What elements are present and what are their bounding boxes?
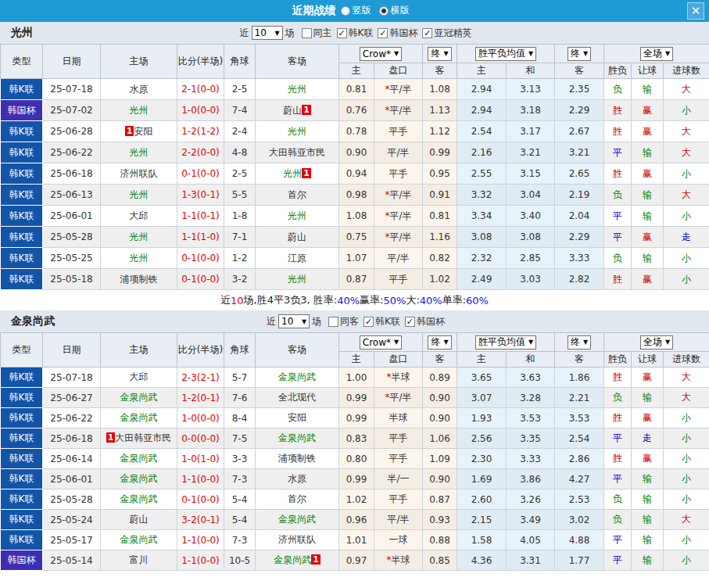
date-cell: 25-06-22 [43,142,101,163]
team-label: 大田韩亚市民 [269,147,325,158]
home-odds-cell: 1.08 [339,206,374,227]
asterisk-marker: * [387,371,392,382]
away-odds-cell: 0.90 [423,388,457,408]
away-team-cell: 浦项制铁 [256,449,339,469]
filter-checkbox-韩K联[interactable]: ✓韩K联 [363,315,400,328]
date-cell: 25-06-28 [43,121,101,142]
handicap-cell: *平/半 [374,185,423,206]
date-cell: 25-07-02 [43,100,101,121]
filter-checkbox-亚冠精英[interactable]: ✓亚冠精英 [422,27,471,40]
handicap-result-cell: 输 [632,489,664,510]
date-cell: 25-06-14 [43,449,101,469]
team-label: 济州联队 [120,168,158,179]
result-cell: 平 [604,530,632,550]
radio-icon [341,6,350,16]
scope-select-value: 全场 [643,47,662,60]
team-label: 金泉尚武 [120,392,158,403]
table-row: 韩K联25-06-22光州2-2(0-0)4-8大田韩亚市民0.90平/半0.9… [1,142,709,163]
avg-away-cell: 2.53 [555,489,604,510]
league-badge: 韩K联 [1,269,43,290]
chevron-down-icon: ▼ [528,50,533,57]
scope-select-value: 全场 [643,335,662,349]
filter-checkbox-同客[interactable]: 同客 [328,315,359,328]
bookmaker-select-value: Crow* [363,48,391,59]
col-header-away: 客场 [256,333,339,368]
away-team-cell: 金泉尚武 [256,510,339,530]
checkbox-icon: ✓ [422,28,432,38]
team-label: 光州 [288,84,306,95]
table-row: 韩K联25-07-18大邱2-3(2-1)5-7金泉尚武1.00*半球0.893… [1,368,709,388]
final-avg-select[interactable]: 终 ▼ [568,335,591,350]
result-cell: 平 [604,550,632,571]
league-badge: 韩K联 [1,368,43,388]
close-button[interactable]: ✕ [687,2,704,20]
score-cell: 1-0(0-0) [177,100,224,121]
final-odds-select[interactable]: 终 ▼ [428,335,451,350]
score-cell: 1-1(0-0) [177,469,224,489]
recent-count-select[interactable]: 10 ▼ [278,314,310,328]
result-cell: 负 [604,510,632,530]
scope-select[interactable]: 全场 ▼ [640,47,673,61]
filter-checkbox-同主[interactable]: 同主 [302,27,332,40]
final-avg-select[interactable]: 终 ▼ [568,47,591,61]
corner-cell: 4-8 [224,142,256,163]
handicap-result-cell: 赢 [632,163,664,185]
corner-cell: 2-5 [224,79,256,100]
avg-draw-cell: 3.63 [507,368,555,388]
table-row: 韩K联25-05-18浦项制铁0-1(0-0)3-2光州0.87平手1.022.… [1,269,709,290]
result-cell: 胜 [604,100,632,121]
team-label: 金泉尚武 [278,514,316,525]
layout-radio-横版[interactable]: 横版 [379,4,410,17]
col-header-date: 日期 [43,333,101,368]
avg-away-cell: 2.29 [555,227,604,248]
corner-cell: 3-2 [224,269,256,290]
final-odds-select[interactable]: 终 ▼ [428,47,451,61]
result-cell: 负 [604,388,632,408]
team-label: 金泉尚武 [120,534,158,545]
result-cell: 负 [604,185,632,206]
scope-select[interactable]: 全场 ▼ [640,335,673,350]
away-team-cell: 首尔 [256,489,339,510]
team-label: 金泉尚武 [278,432,316,443]
asterisk-marker: * [385,392,389,403]
team-label: 金泉尚武 [120,493,158,504]
goals-result-cell: 走 [664,227,709,248]
bookmaker-select[interactable]: Crow* ▼ [360,335,402,350]
table-row: 韩K联25-06-14金泉尚武1-0(1-0)3-3浦项制铁0.80平手1.09… [1,449,709,469]
team-label: 首尔 [288,189,306,200]
handicap-cell: 平手 [374,489,423,510]
away-team-cell: 安阳 [256,408,339,428]
home-team-cell: 浦项制铁 [101,269,177,290]
handicap-result-cell: 输 [632,185,664,206]
avg-draw-cell: 4.05 [507,530,555,550]
away-team-cell: 光州 [256,206,339,227]
team-label: 首尔 [288,493,306,504]
avg-draw-cell: 3.40 [507,206,555,227]
avg-home-cell: 2.94 [457,100,507,121]
recent-count-select[interactable]: 10 ▼ [252,26,283,40]
home-team-cell: 光州 [101,227,177,248]
home-odds-cell: 0.99 [339,388,374,408]
corner-cell: 7-1 [224,227,256,248]
away-odds-cell: 1.13 [423,100,457,121]
table-row: 韩K联25-06-01大邱1-1(0-1)1-8光州1.08*平/半0.813.… [1,206,709,227]
bookmaker-select[interactable]: Crow* ▼ [360,47,402,61]
goals-result-cell: 小 [664,449,709,469]
filter-checkbox-韩国杯[interactable]: ✓韩国杯 [378,27,417,40]
home-odds-cell: 0.83 [339,428,374,449]
home-team-cell: 大邱 [101,206,177,227]
home-team-cell: 光州 [101,142,177,163]
corner-cell: 2-4 [224,121,256,142]
table-row: 韩国杯25-07-02光州1-0(0-0)7-4蔚山10.76*平/半1.132… [1,100,709,121]
handicap-cell: 半/一 [374,469,423,489]
avg-select[interactable]: 胜平负均值 ▼ [475,335,536,350]
date-cell: 25-07-18 [43,368,101,388]
home-team-cell: 大邱 [101,368,177,388]
avg-draw-cell: 3.53 [507,408,555,428]
layout-radio-竖版[interactable]: 竖版 [341,4,371,17]
home-odds-cell: 0.98 [339,185,374,206]
avg-select[interactable]: 胜平负均值 ▼ [475,47,536,61]
team-label: 全北现代 [278,392,316,403]
filter-checkbox-韩国杯[interactable]: ✓韩国杯 [405,315,445,328]
filter-checkbox-韩K联[interactable]: ✓韩K联 [337,27,374,40]
